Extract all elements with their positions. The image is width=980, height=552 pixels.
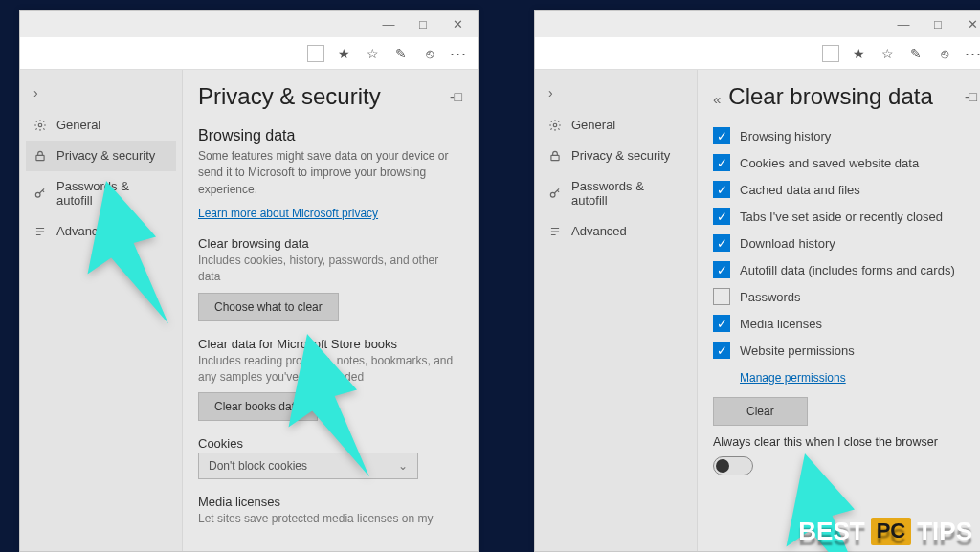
checkbox-label: Cookies and saved website data (740, 156, 919, 170)
checkbox-label: Media licenses (740, 317, 822, 331)
pen-icon[interactable]: ✎ (391, 46, 411, 61)
checkbox-icon[interactable] (713, 234, 730, 252)
address-bar[interactable]: ★ ☆ ✎ ⎋ ··· (535, 37, 980, 70)
key-icon (33, 187, 49, 200)
sidebar-item-label: Advanced (56, 224, 112, 238)
checkbox-row[interactable]: Website permissions (713, 342, 977, 359)
advanced-icon (548, 225, 564, 238)
checkbox-label: Browsing history (740, 129, 831, 144)
left-main-panel: Privacy & security -□ Browsing data Some… (183, 70, 478, 551)
checkbox-label: Download history (740, 236, 835, 251)
page-title: «Clear browsing data -□ (713, 83, 977, 110)
checkbox-icon[interactable] (713, 127, 730, 144)
back-chevron-icon[interactable]: › (26, 85, 176, 110)
titlebar: — □ ✕ (20, 11, 478, 37)
minimize-button[interactable]: — (376, 17, 401, 32)
advanced-icon (33, 225, 49, 238)
checkbox-label: Passwords (740, 290, 801, 304)
sidebar-item-label: General (56, 118, 100, 132)
checkbox-row[interactable]: Cached data and files (713, 181, 977, 198)
checkbox-row[interactable]: Media licenses (713, 315, 977, 332)
checkbox-icon[interactable] (713, 181, 730, 198)
choose-what-to-clear-button[interactable]: Choose what to clear (198, 293, 339, 321)
pin-icon[interactable]: -□ (965, 89, 977, 104)
sidebar-item-general[interactable]: General (541, 110, 691, 141)
sidebar-item-advanced[interactable]: Advanced (541, 216, 691, 247)
sidebar-item-advanced[interactable]: Advanced (26, 216, 176, 247)
subdesc-books: Includes reading progress, notes, bookma… (198, 353, 462, 386)
sidebar-item-general[interactable]: General (26, 110, 176, 141)
subdesc-clear-data: Includes cookies, history, passwords, an… (198, 253, 462, 285)
gear-icon (33, 119, 49, 132)
section-heading-browsing-data: Browsing data (198, 127, 462, 144)
share-icon[interactable]: ⎋ (420, 46, 439, 61)
sidebar-item-label: Passwords & autofill (56, 179, 168, 208)
close-button[interactable]: ✕ (445, 17, 470, 32)
checkbox-row[interactable]: Cookies and saved website data (713, 154, 977, 171)
right-main-panel: «Clear browsing data -□ Browsing history… (698, 70, 980, 551)
star-filled-icon[interactable]: ★ (334, 46, 353, 61)
checkbox-icon[interactable] (713, 154, 730, 171)
settings-window-right: — □ ✕ ★ ☆ ✎ ⎋ ··· › General Privacy & se… (534, 10, 980, 552)
pen-icon[interactable]: ✎ (906, 46, 925, 61)
back-caret-icon[interactable]: « (713, 91, 721, 107)
star-filled-icon[interactable]: ★ (849, 46, 868, 61)
star-outline-icon[interactable]: ☆ (878, 46, 897, 61)
checkbox-icon[interactable] (713, 288, 730, 305)
always-clear-label: Always clear this when I close the brows… (713, 435, 938, 449)
svg-point-3 (553, 123, 557, 127)
lock-icon (33, 149, 49, 163)
sidebar-item-label: Privacy & security (56, 148, 155, 163)
subdesc-media: Let sites save protected media licenses … (198, 511, 462, 527)
reading-view-icon[interactable] (307, 45, 324, 62)
svg-point-0 (38, 123, 42, 127)
always-clear-toggle[interactable] (713, 456, 753, 475)
checkbox-label: Website permissions (740, 343, 855, 358)
back-chevron-icon[interactable]: › (541, 85, 691, 110)
sidebar-item-label: Advanced (571, 224, 627, 238)
more-icon[interactable]: ··· (449, 45, 468, 62)
clear-books-button[interactable]: Clear books data (198, 392, 318, 421)
maximize-button[interactable]: □ (925, 17, 950, 32)
clear-button[interactable]: Clear (713, 397, 808, 426)
settings-sidebar: › General Privacy & security Passwords &… (20, 70, 183, 551)
gear-icon (548, 119, 564, 132)
svg-point-5 (550, 192, 555, 197)
checkbox-label: Tabs I've set aside or recently closed (740, 210, 943, 224)
reading-view-icon[interactable] (822, 45, 839, 62)
maximize-button[interactable]: □ (411, 17, 435, 32)
checkbox-icon[interactable] (713, 342, 730, 359)
sidebar-item-label: General (571, 118, 615, 132)
checkbox-row[interactable]: Autofill data (includes forms and cards) (713, 261, 977, 278)
checkbox-icon[interactable] (713, 261, 730, 278)
more-icon[interactable]: ··· (964, 45, 980, 62)
minimize-button[interactable]: — (891, 17, 916, 32)
sidebar-item-privacy[interactable]: Privacy & security (541, 141, 691, 171)
checkbox-row[interactable]: Download history (713, 234, 977, 252)
section-desc-browsing-data: Some features might save data on your de… (198, 148, 462, 198)
address-bar[interactable]: ★ ☆ ✎ ⎋ ··· (20, 37, 478, 70)
subheading-books: Clear data for Microsoft Store books (198, 337, 462, 351)
close-button[interactable]: ✕ (960, 17, 980, 32)
share-icon[interactable]: ⎋ (935, 46, 954, 61)
page-title: Privacy & security -□ (198, 83, 462, 110)
svg-point-2 (35, 192, 40, 197)
settings-window-left: — □ ✕ ★ ☆ ✎ ⎋ ··· › General Privacy & se… (19, 10, 479, 552)
privacy-learn-more-link[interactable]: Learn more about Microsoft privacy (198, 207, 378, 220)
star-outline-icon[interactable]: ☆ (363, 46, 382, 61)
checkbox-icon[interactable] (713, 208, 730, 225)
lock-icon (548, 149, 564, 163)
sidebar-item-label: Passwords & autofill (571, 179, 683, 208)
settings-sidebar: › General Privacy & security Passwords &… (535, 70, 698, 551)
checkbox-icon[interactable] (713, 315, 730, 332)
manage-permissions-link[interactable]: Manage permissions (740, 371, 846, 385)
pin-icon[interactable]: -□ (450, 89, 462, 104)
sidebar-item-privacy[interactable]: Privacy & security (26, 141, 176, 171)
checkbox-row[interactable]: Browsing history (713, 127, 977, 144)
sidebar-item-passwords[interactable]: Passwords & autofill (26, 171, 176, 216)
checkbox-row[interactable]: Tabs I've set aside or recently closed (713, 208, 977, 225)
checkbox-row[interactable]: Passwords (713, 288, 977, 305)
cookies-dropdown[interactable]: Don't block cookies (198, 453, 418, 479)
sidebar-item-passwords[interactable]: Passwords & autofill (541, 171, 691, 216)
svg-rect-1 (36, 155, 44, 160)
